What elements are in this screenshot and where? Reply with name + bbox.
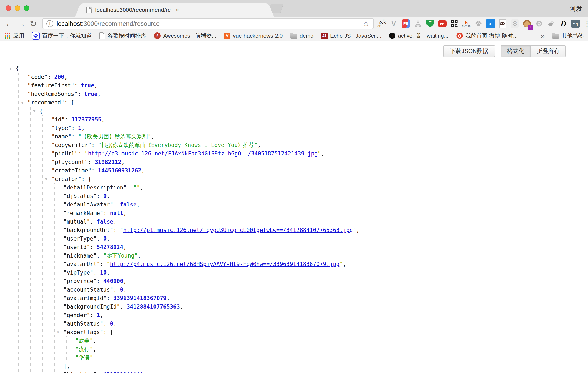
browser-tab[interactable]: localhost:3000/recommend/re ×: [81, 3, 268, 17]
json-url-link[interactable]: http://p3.music.126.net/FJAxNkFoq3dGiS9t…: [88, 150, 318, 157]
close-window-button[interactable]: [6, 5, 11, 11]
video-speed-icon[interactable]: ▶▶: [437, 19, 447, 29]
bookmark-item[interactable]: 百度一下，你就知道: [32, 32, 92, 40]
bookmark-item[interactable]: 应用: [4, 32, 24, 40]
bookmark-label: active:: [398, 32, 414, 39]
json-line: ▼"creator": {: [52, 175, 588, 183]
qrcode-icon[interactable]: [449, 19, 459, 29]
vue-extension-icon[interactable]: V: [389, 19, 399, 29]
kebab-menu-icon[interactable]: ⋮: [583, 19, 588, 28]
json-url-link[interactable]: http://p1.music.126.net/iqygU3Uicg_cL00I…: [123, 227, 353, 233]
apps-grid-icon: [4, 32, 11, 39]
minimize-window-button[interactable]: [15, 5, 20, 11]
bookmark-item[interactable]: AAwesomes - 前端资...: [154, 32, 216, 40]
url-host: localhost: [57, 20, 82, 27]
json-url-link[interactable]: http://p4.music.126.net/68HSpiyAAVY-HI9-…: [110, 261, 339, 267]
json-line: "copywriter": "根据你喜欢的单曲《Everybody Knows …: [52, 141, 588, 149]
window-frame: localhost:3000/recommend/re × 阿发: [0, 0, 588, 17]
fe-icon[interactable]: FE: [401, 19, 411, 29]
bookmark-label: vue-hackernews-2.0: [233, 32, 283, 39]
translate-zh-glyph: 英: [382, 19, 386, 24]
monkey-icon[interactable]: 1: [522, 19, 532, 29]
folder-icon: [552, 34, 559, 39]
bookmark-star-icon[interactable]: ☆: [363, 19, 369, 28]
json-line: "gender": 1,: [63, 311, 588, 320]
reload-icon[interactable]: ↻: [27, 19, 39, 29]
sitemap-icon[interactable]: [413, 19, 423, 29]
download-json-button[interactable]: 下载JSON数据: [443, 45, 495, 57]
json-line: "playcount": 31982112,: [52, 158, 588, 166]
bookmark-label-suffix: - waiting...: [423, 32, 449, 39]
translate-icon[interactable]: 英en⇄: [377, 19, 387, 28]
tab-close-icon[interactable]: ×: [176, 7, 179, 13]
collapse-arrow-icon[interactable]: ▼: [19, 98, 25, 107]
tab-title: localhost:3000/recommend/re: [95, 7, 171, 13]
page-content: 下载JSON数据 格式化 折叠所有 ▼{"code": 200,"feature…: [0, 41, 588, 373]
bookmark-items: 应用百度一下，你就知道谷歌按时间排序AAwesomes - 前端资...Vvue…: [4, 32, 518, 40]
json-line: "华语": [75, 353, 588, 362]
extension-icons: 英en⇄VFET▶▶5PLAYER»S1D•••|: [377, 19, 580, 29]
folder-icon: [290, 34, 297, 39]
json-line: "type": 1,: [52, 124, 588, 132]
incognito-doc-glyph: [499, 19, 506, 28]
download-arrow-icon: ↓: [389, 32, 395, 39]
incognito-page-icon[interactable]: [498, 19, 508, 29]
other-bookmarks-label: 其他书签: [562, 32, 584, 40]
bookmark-label: demo: [300, 32, 314, 39]
json-children: "欧美","流行","华语": [66, 336, 588, 362]
dashlane-d-icon[interactable]: D: [558, 19, 568, 29]
json-line: "remarkName": null,: [63, 209, 588, 217]
json-line: "djStatus": 0,: [63, 192, 588, 200]
address-bar[interactable]: i localhost:3000/recommend/resource ☆: [42, 18, 374, 29]
back-icon[interactable]: ←: [3, 19, 15, 29]
json-line: "haveRcmdSongs": true,: [28, 90, 588, 98]
page-info-icon[interactable]: i: [46, 20, 53, 27]
bookmark-item[interactable]: JSEcho JS - JavaScri...: [321, 32, 381, 39]
collapse-all-button[interactable]: 折叠所有: [530, 45, 566, 57]
bookmarks-overflow-icon[interactable]: »: [541, 32, 545, 40]
bookmark-label: Awesomes - 前端资...: [163, 32, 216, 40]
bookmarks-bar: 应用百度一下，你就知道谷歌按时间排序AAwesomes - 前端资...Vvue…: [0, 31, 588, 41]
collapse-arrow-icon[interactable]: ▼: [31, 107, 37, 115]
collapse-arrow-icon[interactable]: ▼: [55, 328, 61, 336]
fe-glyph: FE: [402, 19, 410, 28]
forward-icon[interactable]: →: [15, 19, 27, 29]
json-line: "流行",: [75, 345, 588, 353]
html5-player-icon[interactable]: 5PLAYER: [462, 19, 471, 29]
download-manager-icon[interactable]: »: [486, 19, 495, 29]
json-line: ▼{: [40, 107, 588, 115]
json-children: ▼{"id": 117377955,"type": 1,"name": "【欧美…: [30, 107, 588, 373]
json-toolbar: 下载JSON数据 格式化 折叠所有: [0, 41, 588, 57]
json-line: "vipType": 10,: [63, 268, 588, 277]
profile-name[interactable]: 阿发: [569, 4, 582, 13]
hummingbird-icon[interactable]: [546, 19, 556, 29]
json-children: "detailDescription": "","djStatus": 0,"d…: [54, 183, 588, 373]
bookmark-label: 谷歌按时间排序: [108, 32, 146, 40]
s-glyph: S: [511, 19, 519, 28]
bookmark-label: 百度一下，你就知道: [42, 32, 92, 40]
collapse-arrow-icon[interactable]: ▼: [43, 175, 49, 183]
vue-v-glyph: V: [391, 20, 396, 28]
bookmark-item[interactable]: ↓active:- waiting...: [389, 32, 449, 39]
bookmark-label: 我的首页 微博-随时...: [466, 32, 518, 40]
bookmark-item[interactable]: demo: [290, 32, 314, 39]
weibo-gray-icon[interactable]: [534, 19, 544, 29]
json-line: "nickname": "零下Young",: [63, 251, 588, 260]
json-line: ],: [63, 362, 588, 371]
other-bookmarks-folder[interactable]: 其他书签: [552, 32, 584, 40]
json-line: "featureFirst": true,: [28, 81, 588, 90]
tampermonkey-shield-icon[interactable]: T: [425, 19, 435, 29]
format-button[interactable]: 格式化: [501, 45, 530, 57]
bookmark-item[interactable]: 谷歌按时间排序: [99, 32, 146, 40]
json-line: "defaultAvatar": false,: [63, 200, 588, 209]
s-extension-icon[interactable]: S: [510, 19, 520, 29]
zoom-window-button[interactable]: [24, 5, 29, 11]
vue-bookmark-icon: V: [224, 32, 230, 39]
collapse-arrow-icon[interactable]: ▼: [7, 64, 14, 73]
bookmark-item[interactable]: Vvue-hackernews-2.0: [224, 32, 283, 39]
bookmark-label: 应用: [13, 32, 24, 40]
paw-icon[interactable]: [474, 19, 483, 29]
bookmark-item[interactable]: 我的首页 微博-随时...: [456, 32, 518, 40]
json-children: "id": 117377955,"type": 1,"name": "【欧美男团…: [42, 115, 588, 373]
password-dots-icon[interactable]: •••|: [571, 19, 580, 29]
